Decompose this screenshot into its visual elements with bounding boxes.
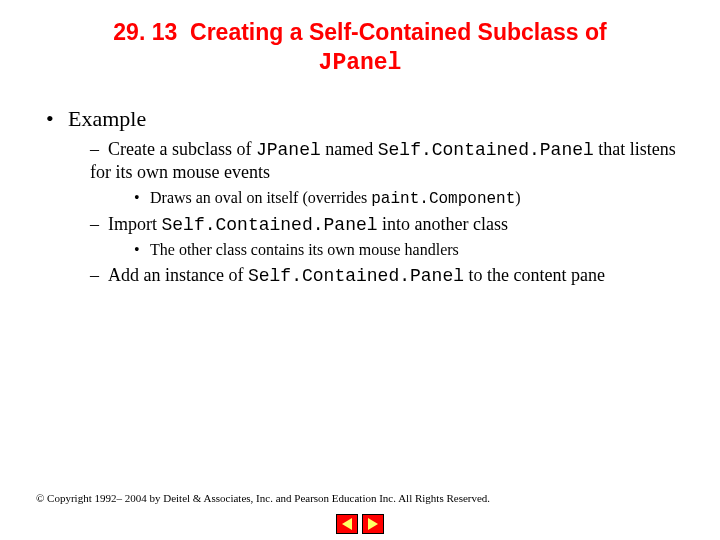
triangle-left-icon xyxy=(342,518,352,530)
l3-1-code: paint.Component xyxy=(371,190,515,208)
next-button[interactable] xyxy=(362,514,384,534)
bullet-level1: •Example xyxy=(46,106,684,132)
l2-3-b: to the content pane xyxy=(464,265,605,285)
dash-icon: – xyxy=(90,138,108,161)
title-text: Creating a Self-Contained Subclass of xyxy=(190,19,607,45)
slide-title: 29. 13 Creating a Self-Contained Subclas… xyxy=(36,18,684,78)
l2-1-a: Create a subclass of xyxy=(108,139,256,159)
l3-1-b: ) xyxy=(515,189,520,206)
bullet-level2: –Create a subclass of JPanel named Self.… xyxy=(90,138,684,184)
bullet-dot-icon: • xyxy=(134,240,150,260)
title-number: 29. 13 xyxy=(113,19,177,45)
l3-1-a: Draws an oval on itself (overrides xyxy=(150,189,371,206)
l2-2-a: Import xyxy=(108,214,162,234)
prev-button[interactable] xyxy=(336,514,358,534)
dash-icon: – xyxy=(90,213,108,236)
copyright-footer: © Copyright 1992– 2004 by Deitel & Assoc… xyxy=(36,492,490,504)
l3-2: The other class contains its own mouse h… xyxy=(150,241,459,258)
bullet-level3: •Draws an oval on itself (overrides pain… xyxy=(134,188,684,209)
dash-icon: – xyxy=(90,264,108,287)
l1-text: Example xyxy=(68,106,146,131)
l2-1-code1: JPanel xyxy=(256,140,321,160)
bullet-dot-icon: • xyxy=(46,106,68,132)
l2-3-code: Self.Contained.Panel xyxy=(248,266,464,286)
l2-1-code2: Self.Contained.Panel xyxy=(378,140,594,160)
l2-2-b: into another class xyxy=(378,214,508,234)
bullet-level3: •The other class contains its own mouse … xyxy=(134,240,684,260)
bullet-level2: –Import Self.Contained.Panel into anothe… xyxy=(90,213,684,237)
nav-controls xyxy=(336,514,384,534)
l2-1-b: named xyxy=(321,139,378,159)
bullet-dot-icon: • xyxy=(134,188,150,208)
l2-2-code: Self.Contained.Panel xyxy=(162,215,378,235)
triangle-right-icon xyxy=(368,518,378,530)
l2-3-a: Add an instance of xyxy=(108,265,248,285)
slide: 29. 13 Creating a Self-Contained Subclas… xyxy=(0,0,720,288)
title-code: JPanel xyxy=(319,50,402,76)
bullet-level2: –Add an instance of Self.Contained.Panel… xyxy=(90,264,684,288)
